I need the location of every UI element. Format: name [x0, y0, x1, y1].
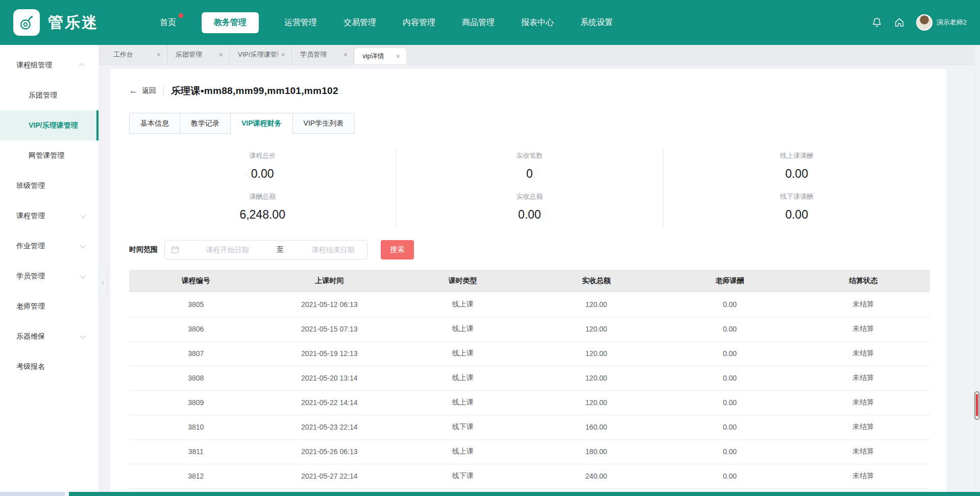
table-cell: 未结算 [797, 292, 930, 317]
table-cell: 未结算 [797, 341, 930, 366]
page-title: 乐理课•mm88,mm99,mm101,mm102 [171, 84, 338, 98]
table-cell: 3812 [129, 464, 263, 488]
close-icon[interactable]: × [157, 51, 161, 59]
sidebar-item[interactable]: 网管课管理 [0, 140, 99, 171]
route-tab[interactable]: vip详情× [354, 48, 406, 64]
stat-label: 线下课课酬 [664, 192, 930, 201]
end-date-input[interactable] [287, 246, 379, 254]
user-name: 演示老师2 [937, 18, 967, 27]
close-icon[interactable]: × [281, 51, 285, 59]
sidebar-item-label: 作业管理 [16, 242, 45, 251]
table-cell: 0.00 [663, 341, 797, 366]
sidebar-item-label: 课程组管理 [16, 61, 52, 70]
table-cell: 线下课 [396, 488, 530, 492]
nav-menu: 首页教务管理运营管理交易管理内容管理商品管理报表中心系统设置 [159, 12, 614, 33]
route-tab-label: 工作台 [113, 50, 154, 59]
nav-item[interactable]: 运营管理 [283, 12, 318, 33]
stat-label: 实收总额 [396, 192, 663, 201]
vertical-scrollbar-track[interactable] [974, 45, 980, 492]
route-tab[interactable]: 学员管理× [292, 44, 354, 64]
nav-item[interactable]: 内容管理 [402, 12, 436, 33]
route-tab[interactable]: 乐团管理× [167, 44, 230, 64]
nav-item[interactable]: 报表中心 [520, 12, 555, 33]
table-cell: 120.00 [530, 317, 664, 341]
route-tab-label: 乐团管理 [176, 50, 216, 59]
nav-item[interactable]: 交易管理 [342, 12, 377, 33]
table-cell: 2021-05-19 12:13 [263, 341, 397, 366]
close-icon[interactable]: × [344, 51, 348, 59]
table-cell: 未结算 [797, 439, 930, 464]
stat-cell: 实收总额0.00 [396, 188, 663, 229]
sidebar-item[interactable]: 课程组管理 [0, 50, 99, 80]
home-icon[interactable] [894, 17, 905, 28]
calendar-icon [171, 246, 179, 254]
table-cell: 0.00 [663, 292, 797, 317]
horizontal-scrollbar-track[interactable] [0, 492, 980, 496]
table-header-cell: 实收总额 [530, 270, 664, 292]
chevron-up-icon [79, 63, 84, 68]
nav-item[interactable]: 教务管理 [202, 12, 259, 33]
app-logo[interactable]: 管乐迷 [13, 9, 99, 36]
filter-row: 时间范围 至 搜索 [129, 240, 930, 259]
sidebar-item-label: 课程管理 [16, 211, 45, 221]
stats-row: 课程总价0.00实收笔数0线上课课酬0.00 [129, 147, 930, 188]
table-cell: 120.00 [530, 366, 664, 390]
avatar [916, 14, 933, 31]
sidebar-item[interactable]: 老师管理 [0, 291, 99, 321]
nav-item[interactable]: 首页 [159, 12, 177, 33]
search-button[interactable]: 搜索 [381, 240, 414, 259]
vertical-scrollbar-thumb[interactable] [974, 391, 979, 420]
route-tab[interactable]: VIP/乐理课管理× [230, 44, 292, 64]
sidebar-collapse-handle[interactable]: ‹ [99, 266, 107, 298]
sidebar-item[interactable]: 乐器维保 [0, 321, 99, 351]
sidebar-item[interactable]: 作业管理 [0, 231, 99, 261]
sidebar-item[interactable]: 学员管理 [0, 261, 99, 291]
stat-value: 6,248.00 [129, 208, 396, 222]
table-cell: 2021-05-23 22:14 [263, 415, 397, 439]
table-cell: 未结算 [797, 488, 930, 492]
main-content-card: ← 返回 乐理课•mm88,mm99,mm101,mm102 基本信息教学记录V… [110, 69, 946, 492]
route-tab[interactable]: 工作台× [105, 44, 167, 64]
detail-tab[interactable]: 基本信息 [129, 113, 180, 134]
stat-cell: 线上课课酬0.00 [664, 147, 930, 188]
detail-tab[interactable]: VIP学生列表 [293, 113, 355, 134]
user-menu[interactable]: 演示老师2 [916, 14, 967, 31]
sidebar-item[interactable]: 课程管理 [0, 201, 99, 231]
sidebar-item[interactable]: VIP/乐理课管理 [0, 110, 99, 140]
table-cell: 0.00 [663, 488, 797, 492]
table-row: 38102021-05-23 22:14线下课160.000.00未结算 [129, 415, 930, 439]
sidebar-item[interactable]: 乐团管理 [0, 80, 99, 110]
table-cell: 120.00 [530, 390, 664, 415]
detail-tab[interactable]: 教学记录 [180, 113, 231, 134]
table-cell: 0.00 [663, 464, 797, 488]
table-cell: 未结算 [797, 317, 930, 341]
filter-label: 时间范围 [129, 245, 158, 254]
table-cell: 0.00 [663, 317, 797, 341]
sidebar-item[interactable]: 班级管理 [0, 171, 99, 201]
date-range-picker[interactable]: 至 [164, 240, 368, 259]
sidebar-item[interactable]: 考级报名 [0, 351, 99, 382]
sidebar-item-label: 乐器维保 [16, 332, 45, 341]
table-cell: 120.00 [530, 341, 664, 366]
table-cell: 3808 [129, 366, 263, 390]
detail-tab[interactable]: VIP课程财务 [231, 113, 293, 134]
stat-label: 线上课课酬 [664, 151, 930, 160]
close-icon[interactable]: × [396, 52, 400, 60]
bell-icon[interactable] [871, 17, 883, 28]
nav-item[interactable]: 系统设置 [579, 12, 614, 33]
table-cell: 0.00 [663, 439, 797, 464]
table-row: 38122021-05-27 22:14线下课240.000.00未结算 [129, 464, 930, 488]
sidebar-item-label: 老师管理 [16, 302, 45, 311]
scroll-thumb-fill [976, 394, 978, 416]
table-row: 38092021-05-22 14:14线上课120.000.00未结算 [129, 390, 930, 415]
nav-item[interactable]: 商品管理 [461, 12, 496, 33]
start-date-input[interactable] [181, 246, 274, 254]
table-header-cell: 老师课酬 [663, 270, 797, 292]
horizontal-scrollbar-thumb[interactable] [0, 492, 69, 496]
close-icon[interactable]: × [219, 51, 223, 59]
stat-value: 0 [396, 167, 663, 181]
table-cell: 线上课 [396, 292, 530, 317]
sidebar-item-label: VIP/乐理课管理 [29, 121, 78, 130]
table-cell: 0.00 [663, 390, 797, 415]
back-button[interactable]: ← 返回 [129, 86, 156, 96]
